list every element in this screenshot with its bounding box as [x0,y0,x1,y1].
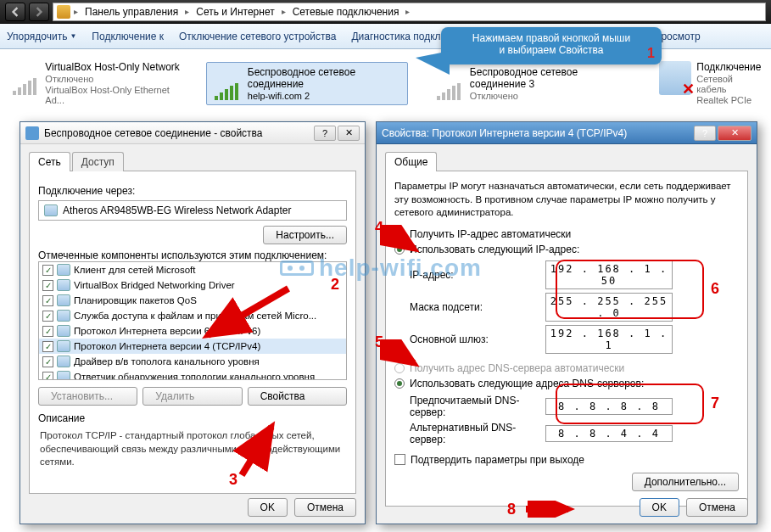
nav-back-button[interactable] [5,3,25,21]
component-icon [57,279,70,291]
annotation-number: 7 [711,395,719,412]
net-item-lan[interactable]: ✕ Подключение Сетевой кабель Realtek PCI… [659,61,763,105]
dns2-field[interactable]: 8 . 8 . 4 . 4 [545,425,673,442]
annotation-number: 4 [375,219,383,237]
remove-button[interactable]: Удалить [142,387,242,406]
list-item[interactable]: ✓Служба доступа к файлам и принтерам сет… [39,308,346,323]
tool-connect[interactable]: Подключение к [92,31,164,42]
window-icon [25,126,39,140]
help-button[interactable]: ? [314,126,336,141]
annotation-number: 1 [647,46,655,61]
label: Подключение через: [38,185,347,197]
component-icon [57,264,70,276]
bubble-text: Нажимаем правой кнопкой мыши [450,32,653,44]
component-icon [57,325,70,337]
adapter-icon [44,204,58,216]
configure-button[interactable]: Настроить... [263,226,347,244]
close-button[interactable]: ✕ [718,126,751,141]
component-icon [57,371,70,380]
net-item-wireless-selected[interactable]: Беспроводное сетевое соединение help-wif… [206,62,407,105]
component-icon [57,294,70,306]
address-bar: ▸ Панель управления▸ Сеть и Интернет▸ Се… [0,0,771,24]
radio[interactable] [394,378,405,389]
install-button[interactable]: Установить... [38,387,137,406]
checkbox[interactable]: ✓ [42,295,53,306]
dns1-field[interactable]: 8 . 8 . 8 . 8 [545,398,673,415]
bubble-text: и выбираем Свойства [450,44,653,56]
annotation-number: 5 [375,333,383,351]
checkbox[interactable]: ✓ [42,265,53,276]
tab-network[interactable]: Сеть [29,152,70,171]
component-icon [57,340,70,352]
window-title: Беспроводное сетевое соединение - свойст… [44,127,309,139]
folder-icon [57,5,70,19]
crumb[interactable]: Сетевые подключения [289,4,403,20]
tab-access[interactable]: Доступ [72,152,124,171]
breadcrumb[interactable]: ▸ Панель управления▸ Сеть и Интернет▸ Се… [53,3,766,21]
help-button[interactable]: ? [694,126,716,141]
instruction-bubble: Нажимаем правой кнопкой мыши и выбираем … [441,27,662,64]
confirm-on-exit-checkbox[interactable]: ✓Подтвердить параметры при выходе [394,454,739,466]
checkbox[interactable]: ✓ [42,280,53,291]
description-text: Протокол TCP/IP - стандартный протокол г… [38,428,347,471]
cancel-button[interactable]: Отмена [294,498,356,517]
connection-properties-dialog: Беспроводное сетевое соединение - свойст… [20,121,366,524]
ipv4-properties-dialog: Свойства: Протокол Интернета версии 4 (T… [376,121,757,524]
tool-organize[interactable]: Упорядочить ▼ [7,31,76,42]
signal-icon [210,66,242,100]
net-item-wireless3[interactable]: Беспроводное сетевое соединение 3 Отключ… [433,66,634,101]
list-item[interactable]: ✓VirtualBox Bridged Networking Driver [39,277,346,293]
ok-button[interactable]: OK [248,498,288,517]
list-item[interactable]: ✓Планировщик пакетов QoS [39,293,346,308]
checkbox[interactable]: ✓ [42,326,53,337]
checkbox[interactable]: ✓ [394,454,405,465]
tool-disable[interactable]: Отключение сетевого устройства [179,31,336,42]
crumb[interactable]: Сеть и Интернет [193,4,277,20]
list-item-tcpip4[interactable]: ✓Протокол Интернета версии 4 (TCP/IPv4) [39,339,346,354]
annotation-number: 6 [711,280,719,298]
label: Отмеченные компоненты используются этим … [38,249,347,261]
list-item[interactable]: ✓Драйвер в/в тополога канального уровня [39,354,346,369]
checkbox[interactable]: ✓ [42,372,53,381]
properties-button[interactable]: Свойства [248,387,347,406]
checkbox[interactable]: ✓ [42,311,53,322]
close-button[interactable]: ✕ [338,126,360,141]
gateway-field[interactable]: 192 . 168 . 1 . 1 [545,325,673,354]
checkbox[interactable]: ✓ [42,341,53,352]
error-x-icon: ✕ [682,80,695,98]
list-item[interactable]: ✓Ответчик обнаружения топологии канально… [39,369,346,380]
checkbox[interactable]: ✓ [42,356,53,367]
label: Описание [38,412,347,424]
crumb[interactable]: Панель управления [81,4,182,20]
subnet-mask-field[interactable]: 255 . 255 . 255 . 0 [545,293,673,322]
titlebar[interactable]: Беспроводное сетевое соединение - свойст… [20,122,365,144]
signal-icon [8,61,40,95]
nav-fwd-button[interactable] [29,3,49,21]
adapter-field: Atheros AR9485WB-EG Wireless Network Ada… [38,200,347,221]
list-item[interactable]: ✓Протокол Интернета версии 6 (TCP/IPv6) [39,323,346,339]
annotation-number: 2 [331,276,339,294]
component-icon [57,310,70,322]
radio-auto-dns: Получить адрес DNS-сервера автоматически [394,362,739,374]
components-list[interactable]: ✓Клиент для сетей Microsoft ✓VirtualBox … [38,261,347,380]
radio-use-ip[interactable]: Использовать следующий IP-адрес: [394,244,739,255]
radio-auto-ip[interactable]: Получить IP-адрес автоматически [394,228,739,240]
cancel-button[interactable]: Отмена [686,498,748,517]
annotation-number: 8 [507,501,516,518]
ip-address-field[interactable]: 192 . 168 . 1 . 50 [545,260,673,289]
annotation-number: 3 [229,471,237,489]
titlebar[interactable]: Свойства: Протокол Интернета версии 4 (T… [377,122,757,144]
info-text: Параметры IP могут назначаться автоматич… [394,180,739,220]
lan-icon: ✕ [659,61,691,95]
radio-use-dns[interactable]: Использовать следующие адреса DNS-сервер… [394,378,739,389]
tab-general[interactable]: Общие [385,152,437,171]
list-item[interactable]: ✓Клиент для сетей Microsoft [39,262,346,277]
window-title: Свойства: Протокол Интернета версии 4 (T… [382,127,689,139]
component-icon [57,356,70,367]
advanced-button[interactable]: Дополнительно... [632,473,739,491]
ok-button[interactable]: OK [640,498,679,517]
net-item-vbox[interactable]: VirtualBox Host-Only Network Отключено V… [8,61,181,105]
